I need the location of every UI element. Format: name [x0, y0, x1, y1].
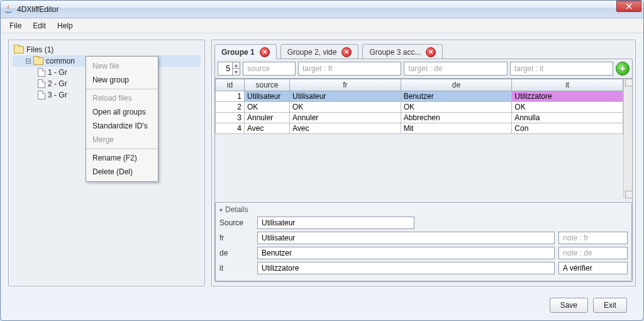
folder-icon — [33, 57, 43, 65]
details-label-it: it — [219, 264, 253, 273]
tree-group-label: 2 - Gr — [48, 79, 67, 88]
spinner-down-icon[interactable]: ▼ — [232, 69, 240, 75]
tab-label: Groupe 1 — [221, 48, 255, 57]
tab-label: Groupe 3 acc... — [369, 48, 421, 57]
col-source[interactable]: source — [245, 79, 290, 91]
tree-root-node[interactable]: Files (1) — [13, 44, 201, 55]
tree-group-label: 3 - Gr — [48, 91, 67, 99]
cell-source[interactable]: Avec — [245, 123, 290, 134]
menu-edit[interactable]: Edit — [28, 20, 51, 32]
document-icon — [38, 68, 45, 77]
filter-source-input[interactable] — [243, 62, 296, 76]
details-de-note[interactable] — [558, 247, 628, 259]
cm-merge[interactable]: Merge — [86, 133, 158, 147]
cell-fr[interactable]: Avec — [290, 123, 401, 134]
collapse-arrow-icon[interactable]: ▾ — [219, 206, 223, 213]
details-fr-note[interactable] — [558, 232, 628, 244]
id-spinner[interactable]: ▲ ▼ — [218, 62, 240, 76]
save-button[interactable]: Save — [550, 298, 588, 313]
cm-open-all-groups[interactable]: Open all groups — [86, 105, 158, 119]
cell-id[interactable]: 4 — [216, 123, 245, 134]
col-it[interactable]: it — [512, 79, 623, 91]
tree-file-label: common — [46, 57, 75, 65]
expand-handle-icon[interactable]: ⊟ — [25, 59, 31, 64]
close-icon[interactable]: ✕ — [260, 47, 270, 57]
window-close-button[interactable] — [616, 1, 641, 12]
cell-de[interactable]: Benutzer — [401, 91, 512, 102]
cm-separator — [86, 89, 158, 89]
details-it-input[interactable] — [257, 262, 555, 274]
cm-rename[interactable]: Rename (F2) — [86, 151, 158, 165]
table-row[interactable]: 2OKOKOKOK — [216, 102, 623, 113]
details-fr-input[interactable] — [257, 232, 555, 244]
cell-it[interactable]: Annulla — [512, 113, 623, 123]
col-id[interactable]: id — [216, 79, 245, 91]
cell-source[interactable]: OK — [245, 102, 290, 113]
tab-group-0[interactable]: Groupe 1✕ — [214, 44, 277, 59]
bottom-buttons: Save Exit — [8, 293, 636, 313]
col-de[interactable]: de — [401, 79, 512, 91]
vertical-scrollbar[interactable] — [623, 79, 632, 198]
exit-button[interactable]: Exit — [593, 298, 627, 313]
cell-de[interactable]: Mit — [401, 123, 512, 134]
cell-fr[interactable]: Annuler — [290, 113, 401, 123]
cm-standardize-ids[interactable]: Standardize ID's — [86, 119, 158, 133]
cell-it[interactable]: OK — [512, 102, 623, 113]
add-row-button[interactable]: + — [616, 62, 630, 76]
details-title: Details — [225, 205, 248, 214]
cell-it[interactable]: Con — [512, 123, 623, 134]
filter-fr-input[interactable] — [298, 62, 401, 76]
cm-new-group[interactable]: New group — [86, 73, 158, 87]
document-icon — [38, 79, 45, 88]
table-row[interactable]: 1UtilisateurUtilisateurBenutzerUtilizzat… — [216, 91, 623, 102]
filter-it-input[interactable] — [510, 62, 613, 76]
details-label-source: Source — [219, 218, 253, 227]
details-panel: ▾ Details Source fr d — [215, 202, 632, 281]
details-it-note[interactable] — [558, 262, 628, 274]
table-row[interactable]: 3AnnulerAnnulerAbbrechenAnnulla — [216, 113, 623, 123]
tree-group-label: 1 - Gr — [48, 68, 67, 77]
close-icon[interactable]: ✕ — [341, 47, 352, 57]
filter-de-input[interactable] — [404, 62, 507, 76]
title-bar: 4DXliffEditor — [1, 1, 643, 18]
menu-help[interactable]: Help — [52, 20, 78, 32]
active-tab-body: ▲ ▼ + — [214, 59, 633, 282]
cm-delete[interactable]: Delete (Del) — [86, 165, 158, 179]
editor-panel: Groupe 1✕Groupe 2, vide✕Groupe 3 acc...✕… — [211, 40, 636, 286]
data-grid: id source fr de it 1UtilisateurUtilisate… — [215, 78, 632, 198]
menu-file[interactable]: File — [4, 20, 26, 32]
file-tree-panel: Files (1) ⊟ common 1 - Gr 2 - Gr — [8, 40, 205, 286]
id-spinner-value[interactable] — [218, 63, 232, 74]
col-fr[interactable]: fr — [290, 79, 401, 91]
tab-label: Groupe 2, vide — [287, 48, 337, 57]
cm-new-file[interactable]: New file — [86, 59, 158, 73]
folder-icon — [14, 46, 24, 54]
tree-root-label: Files (1) — [26, 45, 53, 54]
cell-de[interactable]: OK — [401, 102, 512, 113]
window: 4DXliffEditor File Edit Help Files (1) ⊟ — [0, 0, 644, 321]
tab-group-2[interactable]: Groupe 3 acc...✕ — [362, 44, 443, 59]
cell-source[interactable]: Utilisateur — [245, 91, 290, 102]
details-source-input[interactable] — [257, 217, 414, 229]
java-icon — [3, 4, 13, 14]
table-row[interactable]: 4AvecAvecMitCon — [216, 123, 623, 134]
window-title: 4DXliffEditor — [17, 5, 58, 14]
cm-reload-files[interactable]: Reload files — [86, 91, 158, 105]
details-label-fr: fr — [219, 234, 253, 242]
cell-fr[interactable]: Utilisateur — [290, 91, 401, 102]
filter-row: ▲ ▼ + — [215, 59, 632, 78]
context-menu: New file New group Reload files Open all… — [86, 56, 158, 182]
cell-id[interactable]: 2 — [216, 102, 245, 113]
tab-group-1[interactable]: Groupe 2, vide✕ — [280, 44, 359, 59]
close-icon[interactable]: ✕ — [426, 47, 436, 57]
cell-de[interactable]: Abbrechen — [401, 113, 512, 123]
spinner-up-icon[interactable]: ▲ — [232, 62, 240, 69]
cell-fr[interactable]: OK — [290, 102, 401, 113]
cell-it[interactable]: Utilizzatore — [512, 91, 623, 102]
cell-source[interactable]: Annuler — [245, 113, 290, 123]
cell-id[interactable]: 3 — [216, 113, 245, 123]
details-de-input[interactable] — [257, 247, 555, 259]
cell-id[interactable]: 1 — [216, 91, 245, 102]
menu-bar: File Edit Help — [1, 18, 643, 33]
cm-separator — [86, 149, 158, 149]
